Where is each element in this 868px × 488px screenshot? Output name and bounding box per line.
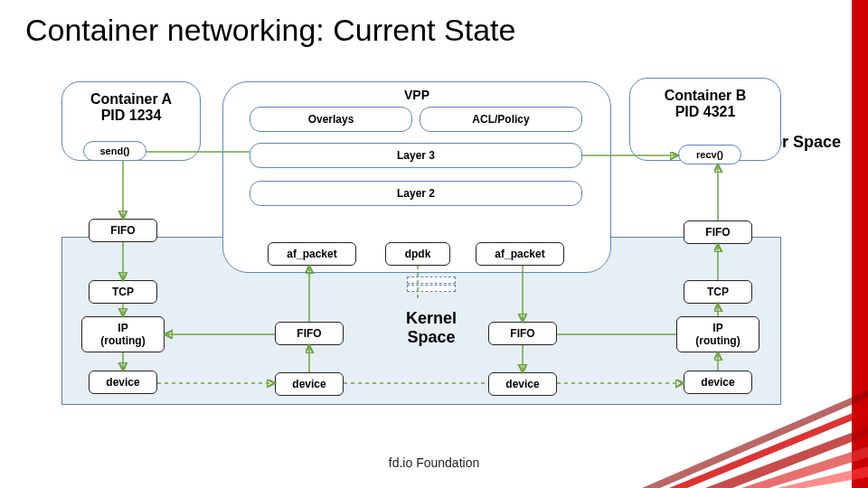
vpp-acl-policy: ACL/Policy	[420, 107, 582, 132]
left-tcp: TCP	[89, 280, 157, 304]
container-a-pid: PID 1234	[62, 108, 200, 124]
vpp-layer3: Layer 3	[250, 143, 582, 168]
container-a-title: Container A	[62, 91, 200, 108]
mid-device-left: device	[275, 372, 344, 396]
mid-device-right: device	[488, 372, 557, 396]
kernel-space-label: Kernel Space	[392, 309, 470, 346]
container-b-pid: PID 4321	[630, 104, 780, 120]
footer-text: fd.io Foundation	[389, 455, 479, 470]
vpp-layer2: Layer 2	[250, 181, 582, 206]
vpp-afpacket-left: af_packet	[268, 242, 356, 266]
mid-fifo-right: FIFO	[488, 322, 557, 345]
right-tcp: TCP	[684, 280, 752, 304]
left-fifo: FIFO	[89, 219, 157, 242]
recv-call: recv()	[678, 145, 741, 164]
vpp-overlays: Overlays	[250, 107, 412, 132]
dpdk-dash-2	[407, 285, 456, 292]
send-call: send()	[83, 141, 146, 161]
left-device: device	[89, 371, 157, 394]
container-b-title: Container B	[630, 88, 780, 104]
vpp-title: VPP	[404, 88, 429, 102]
left-ip: IP (routing)	[81, 316, 165, 352]
right-ip: IP (routing)	[676, 316, 760, 352]
mid-fifo-left: FIFO	[275, 322, 344, 345]
dpdk-dash-1	[407, 277, 456, 284]
vpp-afpacket-right: af_packet	[476, 242, 564, 266]
right-fifo: FIFO	[684, 221, 752, 244]
vpp-dpdk: dpdk	[385, 242, 450, 266]
slide-title: Container networking: Current State	[25, 13, 515, 48]
decorative-streaks	[633, 389, 868, 488]
